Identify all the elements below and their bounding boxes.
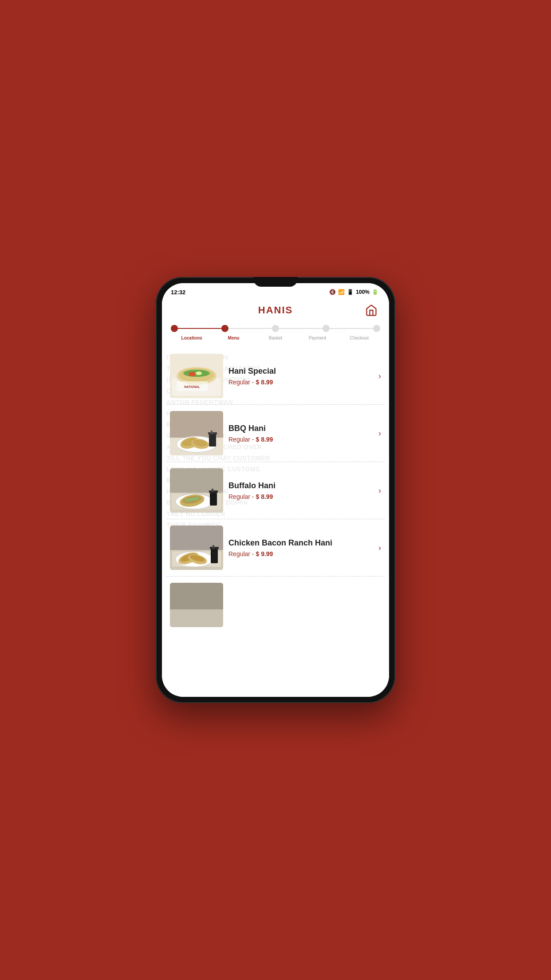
chevron-chicken-bacon-ranch: ›	[378, 543, 381, 553]
stepper-label-checkout: Checkout	[338, 336, 380, 340]
svg-rect-28	[210, 491, 217, 506]
svg-rect-44	[213, 545, 214, 549]
stepper-line-active	[176, 328, 228, 329]
menu-item-name-hani-special: Hani Special	[228, 367, 373, 376]
svg-rect-19	[211, 431, 213, 434]
status-time: 12:32	[171, 289, 185, 296]
chevron-buffalo-hani: ›	[378, 486, 381, 495]
battery-indicator: 100%	[356, 289, 370, 295]
phone-frame: 12:32 🔇 📶 📱 100% 🔋 HANIS	[156, 277, 395, 703]
chicken-bacon-ranch-food-img	[170, 526, 223, 570]
signal-icon: 📱	[347, 289, 354, 295]
app-header: HANIS	[162, 299, 389, 321]
menu-item-image-buffalo-hani	[170, 468, 223, 513]
chevron-hani-special: ›	[378, 371, 381, 381]
price-label-1: Regular	[228, 379, 250, 386]
price-label-3: Regular	[228, 493, 250, 500]
stepper-dot-locations[interactable]	[171, 325, 178, 332]
stepper-label-menu: Menu	[213, 336, 254, 340]
stepper-labels: Locations Menu Basket Payment Checkout	[171, 336, 380, 340]
stepper-label-basket: Basket	[255, 336, 296, 340]
stepper-dot-basket[interactable]	[272, 325, 279, 332]
menu-item-partial[interactable]	[166, 577, 385, 629]
phone-screen: 12:32 🔇 📶 📱 100% 🔋 HANIS	[162, 283, 389, 697]
home-button[interactable]	[362, 301, 380, 319]
price-amount-2: $ 8.99	[256, 436, 273, 443]
app-title: HANIS	[258, 304, 293, 316]
progress-stepper: Locations Menu Basket Payment Checkout	[162, 321, 389, 348]
hani-special-food-img: NATIONAL	[170, 354, 223, 398]
menu-scroll-area[interactable]: IT'S BEEN SO $2.00 THE LOUISIANA HAYMAKE…	[162, 348, 389, 697]
price-label-2: Regular	[228, 436, 250, 443]
phone-notch	[253, 277, 298, 287]
bbq-hani-food-img	[170, 411, 223, 455]
menu-item-price-buffalo-hani: Regular - $ 8.99	[228, 493, 373, 500]
menu-item-price-hani-special: Regular - $ 8.99	[228, 379, 373, 386]
svg-rect-34	[170, 526, 223, 550]
menu-item-chicken-bacon-ranch[interactable]: Chicken Bacon Ranch Hani Regular - $ 9.9…	[166, 519, 385, 577]
stepper-dot-checkout[interactable]	[373, 325, 380, 332]
price-amount-4: $ 9.99	[256, 550, 273, 557]
menu-item-info-buffalo-hani: Buffalo Hani Regular - $ 8.99	[223, 481, 378, 500]
menu-item-buffalo-hani[interactable]: Buffalo Hani Regular - $ 8.99 ›	[166, 462, 385, 519]
menu-item-image-bbq-hani	[170, 411, 223, 455]
price-amount-1: $ 8.99	[256, 379, 273, 386]
battery-icon: 🔋	[372, 289, 378, 295]
svg-point-6	[196, 371, 202, 375]
menu-item-info-bbq-hani: BBQ Hani Regular - $ 8.99	[223, 424, 378, 443]
stepper-dot-payment[interactable]	[323, 325, 330, 332]
price-label-4: Regular	[228, 550, 250, 557]
menu-item-price-chicken-bacon-ranch: Regular - $ 9.99	[228, 550, 373, 557]
svg-rect-21	[170, 468, 223, 493]
stepper-track	[171, 325, 380, 332]
svg-rect-46	[170, 583, 223, 609]
partial-food-img	[170, 583, 223, 627]
menu-item-name-buffalo-hani: Buffalo Hani	[228, 481, 373, 490]
menu-item-image-hani-special: NATIONAL	[170, 354, 223, 398]
stepper-label-payment: Payment	[296, 336, 338, 340]
chevron-bbq-hani: ›	[378, 429, 381, 438]
stepper-dot-menu[interactable]	[221, 325, 228, 332]
svg-point-5	[189, 372, 196, 376]
buffalo-hani-food-img	[170, 468, 223, 513]
svg-rect-17	[209, 433, 216, 447]
stepper-label-locations: Locations	[171, 336, 213, 340]
menu-item-image-chicken-bacon-ranch	[170, 526, 223, 570]
menu-item-hani-special[interactable]: NATIONAL Hani Special Regular - $ 8.99	[166, 348, 385, 405]
menu-item-info-chicken-bacon-ranch: Chicken Bacon Ranch Hani Regular - $ 9.9…	[223, 538, 378, 557]
app-content: HANIS	[162, 299, 389, 697]
status-icons: 🔇 📶 📱 100% 🔋	[329, 289, 378, 295]
svg-rect-47	[170, 609, 223, 627]
menu-item-name-bbq-hani: BBQ Hani	[228, 424, 373, 433]
svg-rect-30	[212, 489, 213, 492]
menu-item-info-hani-special: Hani Special Regular - $ 8.99	[223, 367, 378, 386]
svg-rect-42	[211, 548, 218, 563]
menu-item-name-chicken-bacon-ranch: Chicken Bacon Ranch Hani	[228, 538, 373, 548]
price-amount-3: $ 8.99	[256, 493, 273, 500]
wifi-icon: 📶	[338, 289, 345, 295]
menu-item-price-bbq-hani: Regular - $ 8.99	[228, 436, 373, 443]
svg-text:NATIONAL: NATIONAL	[184, 385, 200, 388]
menu-item-image-partial	[170, 583, 223, 627]
menu-list: NATIONAL Hani Special Regular - $ 8.99	[162, 348, 389, 629]
mute-icon: 🔇	[329, 289, 336, 295]
menu-item-bbq-hani[interactable]: BBQ Hani Regular - $ 8.99 ›	[166, 405, 385, 462]
